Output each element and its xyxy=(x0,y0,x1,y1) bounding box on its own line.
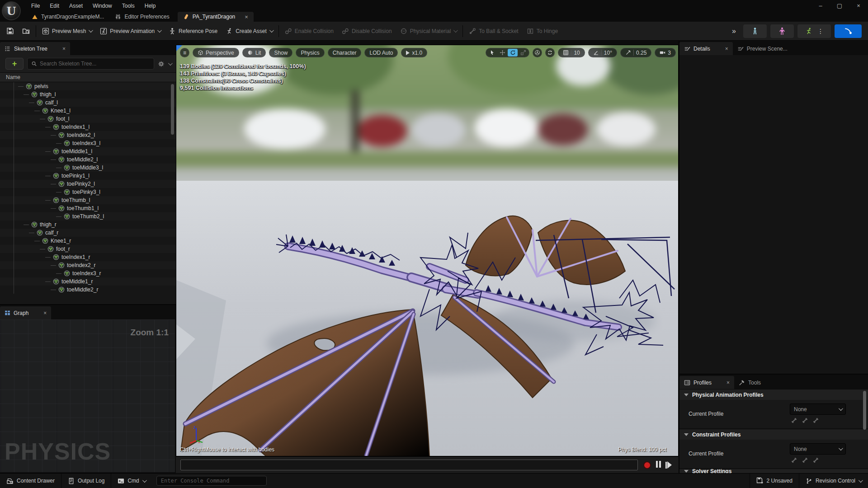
tree-column-header[interactable]: Name xyxy=(0,72,176,82)
create-asset-button[interactable]: Create Asset xyxy=(222,24,277,38)
section-partial[interactable]: Solver Settings xyxy=(679,469,868,473)
bone-row-toeMiddle1_l[interactable]: toeMiddle1_l xyxy=(0,147,176,155)
tree-settings-gear-icon[interactable] xyxy=(158,61,165,67)
viewport-chip-x1-0[interactable]: x1.0 xyxy=(401,48,427,57)
menu-file[interactable]: File xyxy=(26,1,45,11)
toolbar-overflow-chevrons[interactable]: » xyxy=(732,27,735,35)
viewport-chip-show[interactable]: Show xyxy=(269,48,292,57)
bone-row-calf_r[interactable]: calf_r xyxy=(0,229,176,237)
save-button[interactable] xyxy=(0,24,18,38)
close-icon[interactable]: × xyxy=(245,14,248,20)
reference-pose-button[interactable]: Reference Pose xyxy=(165,24,222,38)
pause-button[interactable] xyxy=(655,461,661,469)
3d-viewport[interactable]: ≡ PerspectiveLitShowPhysicsCharacterLOD … xyxy=(176,45,679,456)
scale-tool-icon[interactable] xyxy=(518,49,528,56)
tab-tools[interactable]: Tools xyxy=(734,376,765,389)
profile-unassign-bone-icon[interactable] xyxy=(802,417,808,424)
menu-asset[interactable]: Asset xyxy=(64,1,88,11)
unsaved-assets-button[interactable]: 2 Unsaved xyxy=(750,474,799,488)
bone-row-toeThumb2_l[interactable]: toeThumb2_l xyxy=(0,212,176,221)
bone-row-toeIndex3_l[interactable]: toeIndex3_l xyxy=(0,139,176,147)
bone-row-toeIndex1_l[interactable]: toeIndex1_l xyxy=(0,123,176,131)
tab-pa-tyrantdragon[interactable]: PA_TyrantDragon × xyxy=(178,11,254,22)
close-icon[interactable]: × xyxy=(62,46,66,52)
browse-to-asset-button[interactable] xyxy=(18,24,34,38)
bone-row-toeIndex2_r[interactable]: toeIndex2_r xyxy=(0,261,176,269)
bone-row-foot_l[interactable]: foot_l xyxy=(0,115,176,123)
viewport-chip-lod-auto[interactable]: LOD Auto xyxy=(364,48,398,57)
record-button[interactable] xyxy=(643,461,651,469)
search-input[interactable] xyxy=(40,61,150,67)
bone-row-thigh_r[interactable]: thigh_r xyxy=(0,221,176,229)
tree-scrollbar[interactable] xyxy=(171,84,174,135)
close-icon[interactable]: × xyxy=(849,2,868,9)
cmd-button[interactable]: Cmd xyxy=(111,474,151,488)
close-icon[interactable]: × xyxy=(725,46,728,52)
viewport-chip-character[interactable]: Character xyxy=(328,48,362,57)
preview-mesh-button[interactable]: Preview Mesh xyxy=(38,24,96,38)
animation-editor-button[interactable]: ⋮ xyxy=(797,24,831,38)
profile-find-bone-icon[interactable] xyxy=(812,417,819,424)
viewport-menu-icon[interactable]: ≡ xyxy=(180,48,189,57)
minimize-icon[interactable]: – xyxy=(811,2,830,9)
output-log-button[interactable]: Output Log xyxy=(61,474,111,488)
bone-row-Knee1_r[interactable]: Knee1_r xyxy=(0,237,176,245)
move-tool-icon[interactable] xyxy=(497,49,507,56)
profile-select-dropdown[interactable]: None xyxy=(790,443,846,455)
chevron-down-icon[interactable] xyxy=(168,61,173,66)
close-icon[interactable]: × xyxy=(726,380,730,386)
grid-snap-control[interactable]: 10 xyxy=(558,48,585,57)
bone-row-foot_r[interactable]: foot_r xyxy=(0,245,176,253)
tab-skeleton-tree[interactable]: Skeleton Tree × xyxy=(0,42,70,55)
section-constraint-profiles[interactable]: Constraint Profiles xyxy=(679,429,868,440)
timeline-scrubber[interactable] xyxy=(180,460,638,470)
viewport-chip-perspective[interactable]: Perspective xyxy=(193,48,239,57)
graph-canvas[interactable]: Zoom 1:1 PHYSICS xyxy=(0,319,175,472)
revision-control-button[interactable]: Revision Control xyxy=(799,474,868,488)
bone-row-toePinky1_l[interactable]: toePinky1_l xyxy=(0,172,176,180)
add-bone-button[interactable]: + xyxy=(5,58,24,70)
mesh-editor-button[interactable] xyxy=(770,24,794,38)
profile-find-bone-icon[interactable] xyxy=(812,457,819,464)
bone-row-toeThumb_l[interactable]: toeThumb_l xyxy=(0,196,176,204)
bone-row-toeMiddle1_r[interactable]: toeMiddle1_r xyxy=(0,277,176,286)
bone-row-toeMiddle2_l[interactable]: toeMiddle2_l xyxy=(0,155,176,164)
menu-help[interactable]: Help xyxy=(140,1,161,11)
bone-row-toeIndex3_r[interactable]: toeIndex3_r xyxy=(0,269,176,277)
viewport-chip-physics[interactable]: Physics xyxy=(296,48,324,57)
viewport-chip-lit[interactable]: Lit xyxy=(242,48,266,57)
bone-row-pelvis[interactable]: pelvis xyxy=(0,82,176,90)
preview-animation-button[interactable]: Preview Animation xyxy=(96,24,165,38)
profile-assign-bone-icon[interactable] xyxy=(791,417,797,424)
bone-row-Knee1_l[interactable]: Knee1_l xyxy=(0,107,176,115)
section-physical-animation-profiles[interactable]: Physical Animation Profiles xyxy=(679,389,868,400)
tab-details[interactable]: Details × xyxy=(679,42,733,55)
bone-row-thigh_l[interactable]: thigh_l xyxy=(0,90,176,99)
select-tool-icon[interactable] xyxy=(487,49,497,56)
bone-row-toeThumb1_l[interactable]: toeThumb1_l xyxy=(0,204,176,212)
menu-edit[interactable]: Edit xyxy=(45,1,64,11)
dragon-physics-asset[interactable] xyxy=(176,45,679,456)
bone-row-toeMiddle2_r[interactable]: toeMiddle2_r xyxy=(0,286,176,294)
rotation-snap-control[interactable]: 10° xyxy=(588,48,617,57)
close-icon[interactable]: × xyxy=(43,310,47,316)
scale-snap-control[interactable]: 0.25 xyxy=(620,48,651,57)
bone-row-calf_l[interactable]: calf_l xyxy=(0,99,176,107)
content-drawer-button[interactable]: Content Drawer xyxy=(0,474,61,488)
console-command-input[interactable] xyxy=(156,476,267,486)
bone-row-toeIndex1_r[interactable]: toeIndex1_r xyxy=(0,253,176,261)
bone-row-toePinky2_l[interactable]: toePinky2_l xyxy=(0,180,176,188)
step-forward-button[interactable] xyxy=(665,461,672,469)
coordinate-system-icon[interactable] xyxy=(533,48,542,57)
tab-preview-scene[interactable]: Preview Scene... xyxy=(733,42,792,55)
menu-tools[interactable]: Tools xyxy=(117,1,140,11)
profile-unassign-bone-icon[interactable] xyxy=(802,457,808,464)
bone-row-toeIndex2_l[interactable]: toeIndex2_l xyxy=(0,131,176,139)
menu-window[interactable]: Window xyxy=(88,1,117,11)
physics-editor-button[interactable] xyxy=(835,24,862,38)
profiles-scrollbar[interactable] xyxy=(863,391,866,430)
cycle-transform-icon[interactable] xyxy=(545,48,555,57)
tab-graph[interactable]: Graph × xyxy=(0,306,51,319)
profile-select-dropdown[interactable]: None xyxy=(790,404,846,415)
tab-profiles[interactable]: Profiles × xyxy=(679,376,734,389)
